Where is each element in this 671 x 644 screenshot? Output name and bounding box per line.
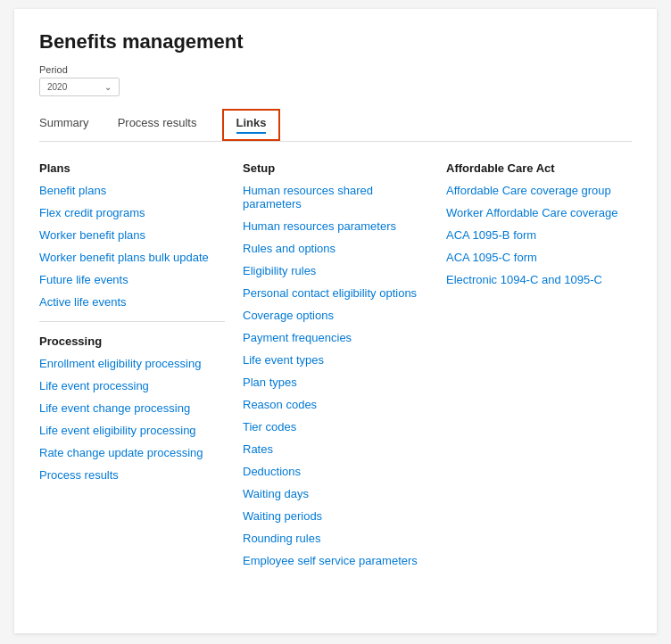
link-life-event-processing[interactable]: Life event processing [39, 379, 225, 392]
link-tier-codes[interactable]: Tier codes [243, 420, 428, 433]
link-worker-benefit-plans-bulk[interactable]: Worker benefit plans bulk update [39, 251, 225, 264]
links-content: Plans Benefit plans Flex credit programs… [39, 161, 632, 576]
plans-section-title: Plans [39, 161, 225, 175]
link-reason-codes[interactable]: Reason codes [243, 398, 428, 411]
setup-section-title: Setup [243, 161, 428, 175]
link-enrollment-eligibility-processing[interactable]: Enrollment eligibility processing [39, 357, 225, 370]
processing-section-title: Processing [39, 334, 225, 348]
plans-processing-divider [39, 321, 225, 322]
link-deductions[interactable]: Deductions [243, 465, 428, 478]
plans-column: Plans Benefit plans Flex credit programs… [39, 161, 243, 576]
page-title: Benefits management [39, 30, 632, 54]
link-rate-change-update-processing[interactable]: Rate change update processing [39, 446, 225, 459]
period-select[interactable]: 2020 ⌄ [39, 78, 120, 96]
tab-links[interactable]: Links [222, 109, 281, 141]
link-benefit-plans[interactable]: Benefit plans [39, 184, 225, 197]
link-future-life-events[interactable]: Future life events [39, 273, 225, 286]
setup-column: Setup Human resources shared parameters … [243, 161, 446, 576]
tab-active-underline [236, 132, 267, 134]
tab-process-results[interactable]: Process results [114, 109, 211, 141]
link-payment-frequencies[interactable]: Payment frequencies [243, 331, 428, 344]
period-label: Period [39, 64, 632, 75]
link-coverage-options[interactable]: Coverage options [243, 309, 428, 322]
link-worker-aca-coverage[interactable]: Worker Affordable Care coverage [446, 206, 632, 219]
link-hr-shared-parameters[interactable]: Human resources shared parameters [243, 184, 428, 211]
link-waiting-periods[interactable]: Waiting periods [243, 509, 428, 523]
link-personal-contact-eligibility-options[interactable]: Personal contact eligibility options [243, 286, 428, 300]
link-eligibility-rules[interactable]: Eligibility rules [243, 264, 428, 277]
link-flex-credit-programs[interactable]: Flex credit programs [39, 206, 225, 219]
link-aca-1095c[interactable]: ACA 1095-C form [446, 251, 632, 264]
link-aca-coverage-group[interactable]: Affordable Care coverage group [446, 184, 632, 197]
link-rules-and-options[interactable]: Rules and options [243, 242, 428, 255]
link-worker-benefit-plans[interactable]: Worker benefit plans [39, 228, 225, 242]
tab-bar: Summary Process results Links [39, 109, 632, 142]
tab-summary[interactable]: Summary [39, 109, 104, 141]
period-value: 2020 [47, 82, 67, 92]
chevron-down-icon: ⌄ [104, 82, 112, 92]
main-card: Benefits management Period 2020 ⌄ Summar… [14, 9, 657, 633]
link-rounding-rules[interactable]: Rounding rules [243, 532, 428, 545]
link-process-results[interactable]: Process results [39, 468, 225, 482]
link-waiting-days[interactable]: Waiting days [243, 487, 428, 500]
link-life-event-change-processing[interactable]: Life event change processing [39, 401, 225, 415]
aca-column: Affordable Care Act Affordable Care cove… [446, 161, 632, 576]
link-rates[interactable]: Rates [243, 442, 428, 456]
link-aca-1095b[interactable]: ACA 1095-B form [446, 228, 632, 242]
link-active-life-events[interactable]: Active life events [39, 295, 225, 309]
link-life-event-eligibility-processing[interactable]: Life event eligibility processing [39, 424, 225, 437]
aca-section-title: Affordable Care Act [446, 161, 632, 175]
link-life-event-types[interactable]: Life event types [243, 353, 428, 367]
link-plan-types[interactable]: Plan types [243, 376, 428, 389]
link-hr-parameters[interactable]: Human resources parameters [243, 219, 428, 233]
link-electronic-1094c-1095c[interactable]: Electronic 1094-C and 1095-C [446, 273, 632, 286]
link-employee-self-service-parameters[interactable]: Employee self service parameters [243, 554, 428, 567]
